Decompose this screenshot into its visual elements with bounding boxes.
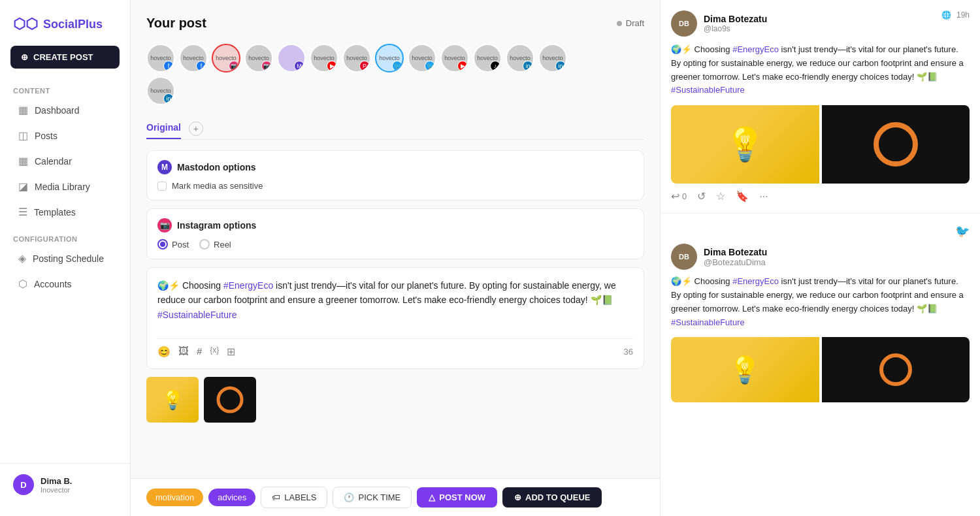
ig-badge: 📷	[261, 61, 272, 71]
account-li3[interactable]: hovecto in	[146, 76, 175, 105]
tab-add-button[interactable]: +	[189, 121, 203, 136]
hashtag-tool[interactable]: #	[197, 346, 202, 358]
reply-action[interactable]: ↩ 0	[671, 190, 687, 202]
mastodon-options-title: Mastodon options	[177, 162, 256, 172]
account-tiktok[interactable]: hovecto ♪	[473, 44, 502, 73]
calendar-icon: ▦	[18, 155, 28, 167]
sidebar-item-label: Dashboard	[35, 105, 80, 116]
mastodon-preview-text: 🌍⚡ Choosing #EnergyEco isn't just trendy…	[671, 43, 970, 97]
sidebar-item-templates[interactable]: ☰ Templates	[5, 200, 125, 224]
svg-point-1	[876, 125, 915, 164]
bulb-emoji: 💡	[728, 355, 761, 385]
sidebar-item-posts[interactable]: ◫ Posts	[5, 123, 125, 148]
account-fb2[interactable]: hovecto f	[179, 44, 208, 73]
svg-point-0	[218, 388, 242, 411]
sidebar: ⬡⬡ SocialPlus ⊕ CREATE POST Content ▦ Da…	[0, 0, 131, 516]
bookmark-icon: 🔖	[736, 190, 749, 202]
repost-action[interactable]: ↺	[697, 190, 706, 202]
twitter-bird-icon: 🐦	[955, 225, 970, 238]
account-ig1[interactable]: hovecto 📷	[212, 44, 240, 73]
fb-badge: f	[163, 61, 174, 71]
sidebar-item-label: Media Library	[35, 182, 90, 192]
thumb-ring[interactable]	[204, 377, 256, 423]
account-li2[interactable]: hovecto in	[538, 44, 567, 73]
right-panel: DB Dima Botezatu @lao9s 🌐 19h 🌍⚡ Choosin…	[660, 0, 980, 516]
radio-reel[interactable]: Reel	[199, 239, 231, 250]
radio-reel-circle	[199, 239, 210, 250]
mastodon-platform-icon: M	[157, 160, 172, 174]
thumb-bulb[interactable]: 💡	[146, 377, 199, 423]
bookmark-action[interactable]: 🔖	[736, 190, 749, 202]
emoji-tool[interactable]: 😊	[157, 346, 171, 358]
account-yt2[interactable]: hovecto ▶	[440, 44, 469, 73]
grid-tool[interactable]: ⊞	[227, 346, 235, 358]
instagram-platform-icon: 📷	[157, 218, 172, 233]
mark-sensitive-row: Mark media as sensitive	[157, 181, 633, 191]
account-mastodon[interactable]: M	[277, 44, 306, 73]
tw-badge: 🐦	[425, 61, 435, 71]
user-avatar: D	[13, 474, 34, 495]
instagram-options-title: Instagram options	[177, 220, 256, 231]
ring-image	[204, 377, 256, 423]
post-editor: Your post Draft hovecto f hovecto f	[131, 0, 660, 478]
post-now-button[interactable]: △ POST NOW	[417, 487, 497, 508]
pick-time-button[interactable]: 🕐 PICK TIME	[333, 487, 412, 508]
app-name: SocialPlus	[43, 18, 103, 31]
tag-motivation[interactable]: motivation	[146, 489, 203, 506]
star-action[interactable]: ☆	[716, 190, 725, 202]
tab-original[interactable]: Original	[146, 118, 181, 139]
create-post-button[interactable]: ⊕ CREATE POST	[10, 46, 120, 69]
labels-button[interactable]: 🏷 LABELS	[261, 487, 327, 508]
twitter-img-bulb: 💡	[671, 337, 819, 402]
image-tool[interactable]: 🖼	[178, 346, 189, 358]
sidebar-item-posting-schedule[interactable]: ◈ Posting Schedule	[5, 246, 125, 270]
char-count: 36	[624, 347, 633, 357]
ring-svg	[876, 350, 915, 389]
account-li1[interactable]: hovecto in	[506, 44, 534, 73]
images-row: 💡	[146, 377, 644, 423]
tk-badge: ♪	[490, 61, 500, 71]
mastodon-img-bulb: 💡	[671, 105, 819, 184]
twitter-handle: @BotezatuDima	[704, 257, 767, 267]
account-yt1[interactable]: hovecto ▶	[310, 44, 338, 73]
instagram-options-header: 📷 Instagram options	[157, 218, 633, 233]
tag-advices[interactable]: advices	[208, 489, 255, 506]
user-name: Dima B.	[41, 476, 72, 486]
variable-tool[interactable]: {x}	[210, 346, 219, 358]
post-title: Your post	[146, 16, 206, 31]
preview-hashtag-energy: #EnergyEco	[732, 44, 779, 54]
sidebar-item-dashboard[interactable]: ▦ Dashboard	[5, 98, 125, 122]
globe-icon: 🌐	[941, 10, 951, 20]
sidebar-item-accounts[interactable]: ⬡ Accounts	[5, 272, 125, 296]
post-text-content: 🌍⚡ Choosing #EnergyEco isn't just trendy…	[157, 278, 633, 331]
radio-post[interactable]: Post	[157, 239, 189, 250]
sidebar-item-calendar[interactable]: ▦ Calendar	[5, 149, 125, 173]
schedule-icon: ◈	[18, 252, 26, 265]
sidebar-item-label: Posting Schedule	[33, 253, 104, 264]
account-pinterest[interactable]: hovecto P	[342, 44, 371, 73]
draft-dot	[617, 21, 622, 26]
account-ig2[interactable]: hovecto 📷	[244, 44, 273, 73]
clock-icon: 🕐	[344, 492, 354, 502]
add-to-queue-button[interactable]: ⊕ ADD TO QUEUE	[502, 487, 602, 508]
pi-badge: P	[359, 61, 370, 71]
mark-sensitive-checkbox[interactable]	[157, 182, 167, 191]
account-twitter[interactable]: hovecto 🐦	[375, 44, 404, 73]
account-twitter2[interactable]: hovecto 🐦	[408, 44, 436, 73]
star-icon: ☆	[716, 190, 725, 202]
post-text-area[interactable]: 🌍⚡ Choosing #EnergyEco isn't just trendy…	[146, 267, 644, 369]
preview-hashtag-sustainable: #SustainableFuture	[671, 85, 745, 95]
labels-icon: 🏷	[272, 492, 280, 502]
bottom-bar: motivation advices 🏷 LABELS 🕐 PICK TIME …	[131, 478, 660, 516]
twitter-icon-top: 🐦	[671, 224, 970, 238]
account-fb1[interactable]: hovecto f	[146, 44, 175, 73]
svg-point-2	[881, 355, 910, 384]
sidebar-item-media-library[interactable]: ◪ Media Library	[5, 174, 125, 199]
reply-icon: ↩	[671, 190, 679, 202]
main-content: Your post Draft hovecto f hovecto f	[131, 0, 660, 516]
sidebar-item-label: Templates	[34, 207, 76, 218]
send-icon: △	[429, 492, 435, 502]
more-action[interactable]: ···	[759, 191, 768, 202]
accounts-icon: ⬡	[18, 278, 27, 290]
more-icon: ···	[759, 191, 768, 202]
